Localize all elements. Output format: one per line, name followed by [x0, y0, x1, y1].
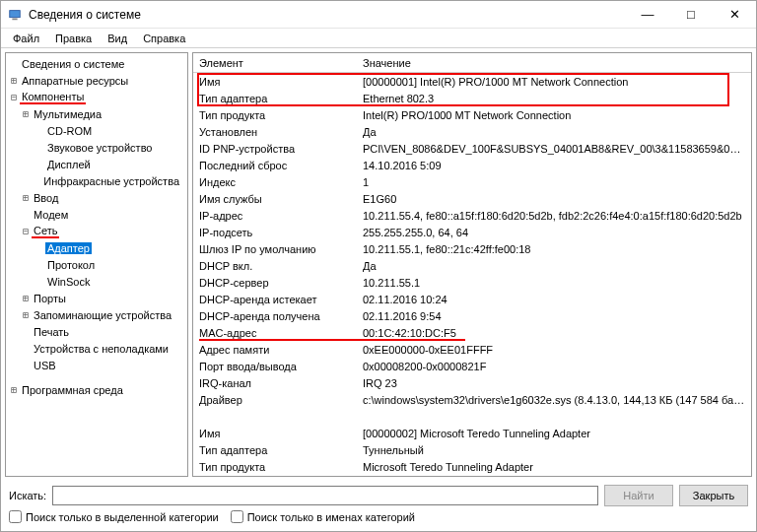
menu-file[interactable]: Файл — [5, 31, 47, 46]
table-row[interactable]: MAC-адрес00:1C:42:10:DC:F5 — [193, 324, 751, 341]
search-row: Искать: Найти Закрыть — [9, 485, 748, 506]
table-row[interactable]: ID PNP-устройстваPCI\VEN_8086&DEV_100F&S… — [193, 140, 751, 157]
expand-icon[interactable]: ⊞ — [20, 108, 32, 119]
row-value: [00000001] Intel(R) PRO/1000 MT Network … — [363, 76, 745, 88]
search-input[interactable] — [52, 486, 598, 505]
row-value: 14.10.2016 5:09 — [363, 160, 745, 171]
table-row[interactable]: Драйверc:\windows\system32\drivers\e1g60… — [193, 391, 751, 408]
table-row[interactable]: IRQ-каналIRQ 23 — [193, 374, 751, 391]
table-row[interactable]: IP-подсеть255.255.255.0, 64, 64 — [193, 224, 751, 240]
tree-mm[interactable]: ⊞Мультимедиа — [6, 105, 187, 122]
tree-print[interactable]: Печать — [6, 323, 187, 340]
tree-ir[interactable]: Инфракрасные устройства — [6, 172, 187, 189]
row-key: IRQ-канал — [199, 377, 363, 389]
cb-selected-category-input[interactable] — [9, 510, 22, 523]
collapse-icon[interactable]: ⊟ — [8, 92, 20, 102]
tree-ports[interactable]: ⊞Порты — [6, 290, 187, 306]
detail-panel: Элемент Значение Имя[00000001] Intel(R) … — [192, 52, 752, 477]
row-key: Тип адаптера — [199, 93, 363, 104]
table-row[interactable]: Тип адаптераТуннельный — [193, 441, 751, 458]
table-row[interactable]: Адрес памяти0xEE000000-0xEE01FFFF — [193, 341, 751, 358]
expand-icon[interactable]: ⊞ — [20, 309, 32, 320]
table-row[interactable]: Шлюз IP по умолчанию10.211.55.1, fe80::2… — [193, 240, 751, 257]
table-row[interactable]: УстановленДа — [193, 123, 751, 140]
tree-input[interactable]: ⊞Ввод — [6, 189, 187, 206]
row-value: E1G60 — [363, 193, 745, 205]
row-value: 10.211.55.1, fe80::21c:42ff:fe00:18 — [363, 243, 745, 255]
row-value: 1 — [363, 176, 745, 188]
find-button[interactable]: Найти — [604, 485, 673, 506]
tree-usb[interactable]: USB — [6, 357, 187, 373]
table-row[interactable]: Индекс1 — [193, 173, 751, 190]
row-value: 02.11.2016 9:54 — [363, 310, 745, 322]
table-row[interactable]: DHCP-аренда истекает02.11.2016 10:24 — [193, 291, 751, 307]
collapse-icon[interactable]: ⊟ — [20, 226, 32, 236]
table-row[interactable]: Последний сброс14.10.2016 5:09 — [193, 157, 751, 173]
tree-disp[interactable]: Дисплей — [6, 156, 187, 172]
table-row[interactable]: Имя службыE1G60 — [193, 190, 751, 207]
tree-hw[interactable]: ⊞Аппаратные ресурсы — [6, 72, 187, 89]
table-row[interactable]: IP-адрес10.211.55.4, fe80::a15f:f180:6d2… — [193, 207, 751, 224]
tree-adapter[interactable]: Адаптер — [6, 239, 187, 256]
col-element: Элемент — [199, 57, 363, 69]
tree-proto[interactable]: Протокол — [6, 256, 187, 273]
table-row[interactable]: DHCP-сервер10.211.55.1 — [193, 274, 751, 291]
row-key: DHCP-аренда истекает — [199, 294, 363, 305]
cb-names-only-input[interactable] — [231, 510, 243, 523]
row-key: Тип продукта — [199, 461, 363, 473]
close-button[interactable]: ✕ — [713, 1, 756, 28]
tree-root[interactable]: Сведения о системе — [6, 55, 187, 72]
row-key: DHCP-аренда получена — [199, 310, 363, 322]
row-key: Имя — [199, 76, 363, 88]
row-value: 10.211.55.4, fe80::a15f:f180:6d20:5d2b, … — [363, 210, 745, 222]
row-value: [00000002] Microsoft Teredo Tunneling Ad… — [363, 428, 745, 439]
expand-icon[interactable]: ⊞ — [20, 293, 32, 303]
detail-rows[interactable]: Имя[00000001] Intel(R) PRO/1000 MT Netwo… — [193, 73, 751, 476]
row-key: Адрес памяти — [199, 344, 363, 356]
cb-names-only[interactable]: Поиск только в именах категорий — [231, 510, 415, 523]
close-search-button[interactable]: Закрыть — [679, 485, 748, 506]
tree-panel[interactable]: Сведения о системе ⊞Аппаратные ресурсы ⊟… — [5, 52, 188, 477]
row-value: 0x00008200-0x0000821F — [363, 361, 745, 372]
table-row[interactable]: Имя[00000001] Intel(R) PRO/1000 MT Netwo… — [193, 73, 751, 90]
cb-selected-category[interactable]: Поиск только в выделенной категории — [9, 510, 219, 523]
menu-view[interactable]: Вид — [100, 31, 135, 46]
table-row[interactable]: DHCP вкл.Да — [193, 257, 751, 274]
footer: Искать: Найти Закрыть Поиск только в выд… — [1, 481, 756, 531]
menu-help[interactable]: Справка — [135, 31, 193, 46]
table-row[interactable]: Тип продуктаIntel(R) PRO/1000 MT Network… — [193, 106, 751, 123]
table-row[interactable]: Тип адаптераEthernet 802.3 — [193, 90, 751, 106]
detail-header[interactable]: Элемент Значение — [193, 53, 751, 73]
row-value: Да — [363, 126, 745, 138]
tree-modem[interactable]: Модем — [6, 206, 187, 223]
menu-edit[interactable]: Правка — [47, 31, 100, 46]
row-key: Тип адаптера — [199, 444, 363, 456]
row-key: Индекс — [199, 176, 363, 188]
maximize-button[interactable]: □ — [669, 1, 713, 28]
tree-net[interactable]: ⊟Сеть — [6, 223, 187, 239]
row-value: Intel(R) PRO/1000 MT Network Connection — [363, 109, 745, 121]
window-title: Сведения о системе — [29, 8, 626, 22]
table-row[interactable]: Имя[00000002] Microsoft Teredo Tunneling… — [193, 425, 751, 441]
tree-snd[interactable]: Звуковое устройство — [6, 139, 187, 156]
row-key: Тип продукта — [199, 109, 363, 121]
minimize-button[interactable]: — — [626, 1, 669, 28]
row-value: 02.11.2016 10:24 — [363, 294, 745, 305]
check-row: Поиск только в выделенной категории Поис… — [9, 510, 748, 523]
tree-sw[interactable]: ⊞Программная среда — [6, 381, 187, 398]
tree-storage[interactable]: ⊞Запоминающие устройства — [6, 306, 187, 323]
tree-problem[interactable]: Устройства с неполадками — [6, 340, 187, 357]
table-row[interactable]: Тип продуктаMicrosoft Teredo Tunneling A… — [193, 458, 751, 475]
tree-cdrom[interactable]: CD-ROM — [6, 122, 187, 139]
tree-winsock[interactable]: WinSock — [6, 273, 187, 290]
row-key: IP-подсеть — [199, 227, 363, 238]
table-row[interactable] — [193, 408, 751, 425]
row-value: Да — [363, 260, 745, 272]
tree-comp[interactable]: ⊟Компоненты — [6, 89, 187, 105]
expand-icon[interactable]: ⊞ — [8, 75, 20, 86]
table-row[interactable]: Порт ввода/вывода0x00008200-0x0000821F — [193, 358, 751, 374]
expand-icon[interactable]: ⊞ — [20, 192, 32, 203]
table-row[interactable]: DHCP-аренда получена02.11.2016 9:54 — [193, 307, 751, 324]
expand-icon[interactable]: ⊞ — [8, 384, 20, 395]
menubar: Файл Правка Вид Справка — [1, 29, 756, 48]
